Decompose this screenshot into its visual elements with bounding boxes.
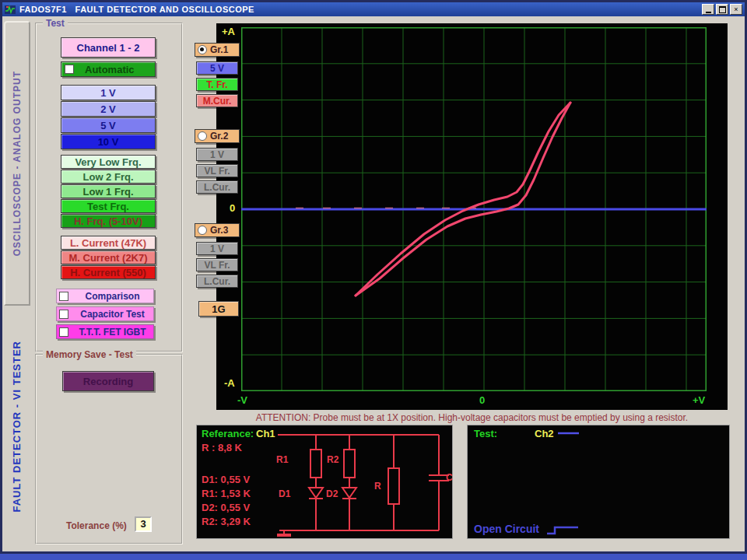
group3-voltage-button[interactable]: 1 V [196,242,238,255]
scope-label-zero-left: 0 [230,202,235,214]
ttt-fet-igbt-checkbox[interactable] [59,327,68,337]
comparison-label: Comparison [85,291,139,302]
voltage-10v-button[interactable]: 10 V [61,134,156,149]
tab-oscilloscope-analog-output[interactable]: OSCILLOSCOPE - ANALOG OUTPUT [4,21,30,306]
freq-low2-button[interactable]: Low 2 Frq. [61,170,156,184]
tolerance-input[interactable]: 3 [135,516,152,532]
freq-high-button[interactable]: H. Frq. (5-10V) [61,214,156,228]
circuit-diagram: R1 R2 R C D1 D2 [197,425,454,540]
test-result-label: Test: [474,428,497,439]
current-low-label: L. Current (47K) [70,237,146,249]
freq-high-label: H. Frq. (5-10V) [74,215,142,227]
app-icon [5,5,16,15]
capacitor-test-checkbox[interactable] [59,310,68,319]
group1-radio[interactable] [198,45,207,54]
tab-oscilloscope-label: OSCILLOSCOPE - ANALOG OUTPUT [12,71,23,256]
comparison-row[interactable]: Comparison [56,289,154,303]
circuit-label-c: C [446,472,453,483]
current-high-button[interactable]: H. Current (550) [61,265,156,279]
voltage-2v-label: 2 V [100,103,116,115]
minimize-button[interactable] [702,4,714,15]
test-result-panel: Test: Ch2 Open Circuit [467,425,730,539]
test-result-channel-label: Ch2 [535,428,554,439]
scope-label-plus-a: +A [222,26,235,37]
close-icon: × [734,5,738,13]
scope-label-neg-v: -V [237,394,247,406]
close-button[interactable]: × [730,4,742,15]
tab-fault-detector-vi-tester[interactable]: FAULT DETECTOR - VI TESTER [4,306,29,547]
group3-current-button[interactable]: L.Cur. [196,275,238,288]
oscilloscope-display: +A 0 -A -V 0 +V [216,23,728,410]
minimize-icon [706,12,711,13]
app-window: FADOS7F1 FAULT DETECTOR AND OSCILLOSCOPE… [0,0,747,554]
circuit-label-r1: R1 [276,454,289,465]
ch2-trace-legend [557,430,580,436]
current-low-button[interactable]: L. Current (47K) [61,236,156,250]
voltage-5v-label: 5 V [100,120,116,131]
channel-1-2-button[interactable]: Channel 1 - 2 [61,37,156,58]
group3-radio[interactable] [198,226,207,235]
group1-label: Gr.1 [210,44,228,55]
group3-freq-label: VL Fr. [204,260,230,271]
group3-label: Gr.3 [210,225,228,236]
group2-current-button[interactable]: L.Cur. [196,180,238,194]
circuit-label-d1: D1 [279,488,291,499]
gain-1g-button[interactable]: 1G [198,301,239,317]
group2-label: Gr.2 [210,131,228,142]
freq-low1-button[interactable]: Low 1 Frq. [61,184,156,198]
group3-voltage-label: 1 V [210,243,224,254]
ttt-fet-igbt-label: T.T.T. FET IGBT [79,327,146,338]
scope-graticule [241,27,707,391]
voltage-5v-button[interactable]: 5 V [61,117,156,133]
group2-radio[interactable] [198,131,207,141]
automatic-label: Automatic [85,64,135,75]
group1-voltage-label: 5 V [210,63,224,74]
group1-selector[interactable]: Gr.1 [195,43,240,57]
ttt-fet-igbt-row[interactable]: T.T.T. FET IGBT [56,324,154,339]
open-circuit-status: Open Circuit [474,523,539,535]
current-high-label: H. Current (550) [70,267,146,278]
resistor-r2 [344,450,355,478]
group1-current-label: M.Cur. [203,96,232,107]
freq-very-low-button[interactable]: Very Low Frq. [61,155,156,169]
group3-freq-button[interactable]: VL Fr. [196,258,238,271]
current-medium-button[interactable]: M. Current (2K7) [61,250,156,264]
recording-button[interactable]: Recording [62,371,154,391]
freq-low2-label: Low 2 Frq. [83,171,134,183]
group3-selector[interactable]: Gr.3 [195,223,240,237]
channel-1-2-label: Channel 1 - 2 [77,42,140,54]
group3-current-label: L.Cur. [204,276,230,287]
voltage-1v-button[interactable]: 1 V [61,85,156,100]
voltage-10v-label: 10 V [98,136,119,148]
reference-panel: Referance: Ch1 R : 8,8 K D1: 0,55 V R1: … [196,425,453,539]
group2-current-label: L.Cur. [204,182,230,193]
group2-freq-label: VL Fr. [204,166,230,177]
diode-d2 [342,488,356,499]
tab-fault-detector-label: FAULT DETECTOR - VI TESTER [11,341,23,513]
restore-icon [719,6,726,13]
automatic-button[interactable]: Automatic [61,61,156,77]
circuit-label-d2: D2 [326,488,338,499]
freq-very-low-label: Very Low Frq. [75,156,141,168]
group2-voltage-label: 1 V [210,149,224,160]
group1-voltage-button[interactable]: 5 V [196,61,238,75]
group1-freq-button[interactable]: T. Fr. [196,78,238,91]
group2-selector[interactable]: Gr.2 [195,129,240,143]
diode-d1 [309,488,323,499]
restore-button[interactable] [716,4,728,15]
resistor-r [388,468,399,504]
scope-label-minus-a: -A [224,377,235,389]
attention-text: ATTENTION: Probe must be at 1X position.… [216,412,728,423]
automatic-checkbox[interactable] [65,65,74,74]
capacitor-test-row[interactable]: Capacitor Test [56,306,154,321]
group1-current-button[interactable]: M.Cur. [196,94,238,107]
group2-voltage-button[interactable]: 1 V [196,148,238,161]
tolerance-label: Tolerance (%) [66,520,127,531]
freq-test-button[interactable]: Test Frq. [61,199,156,213]
circuit-label-r: R [374,481,381,492]
voltage-2v-button[interactable]: 2 V [61,101,156,117]
group2-freq-button[interactable]: VL Fr. [196,164,238,177]
comparison-checkbox[interactable] [59,292,68,301]
capacitor-test-label: Capacitor Test [80,309,144,320]
gain-1g-label: 1G [212,303,225,315]
